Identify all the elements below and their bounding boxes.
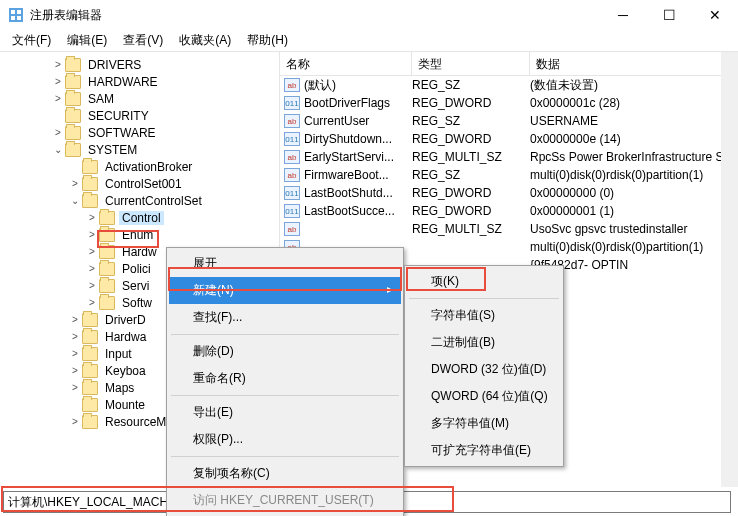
reg-binary-icon: 011 xyxy=(284,132,300,146)
list-row[interactable]: 011LastBootSucce...REG_DWORD0x00000001 (… xyxy=(280,202,738,220)
col-header-type[interactable]: 类型 xyxy=(412,52,530,75)
caret-icon[interactable] xyxy=(85,297,99,308)
svg-rect-2 xyxy=(17,10,21,14)
tree-node[interactable]: SYSTEM xyxy=(0,141,279,158)
cell-name: DirtyShutdown... xyxy=(304,132,412,146)
svg-rect-3 xyxy=(11,16,15,20)
folder-icon xyxy=(82,381,98,395)
ctx-delete[interactable]: 删除(D) xyxy=(169,338,401,365)
cell-name: EarlyStartServi... xyxy=(304,150,412,164)
menu-favorites[interactable]: 收藏夹(A) xyxy=(171,30,239,51)
tree-label: Keyboa xyxy=(102,364,149,378)
folder-icon xyxy=(99,279,115,293)
menu-bar: 文件(F) 编辑(E) 查看(V) 收藏夹(A) 帮助(H) xyxy=(0,30,738,52)
list-row[interactable]: abREG_MULTI_SZUsoSvc gpsvc trustedinstal… xyxy=(280,220,738,238)
col-header-name[interactable]: 名称 xyxy=(280,52,412,75)
tree-label: Control xyxy=(119,211,164,225)
caret-icon[interactable] xyxy=(85,212,99,223)
tree-label: Servi xyxy=(119,279,152,293)
tree-node[interactable]: ActivationBroker xyxy=(0,158,279,175)
sub-qword[interactable]: QWORD (64 位)值(Q) xyxy=(407,383,561,410)
caret-icon[interactable] xyxy=(85,280,99,291)
menu-help[interactable]: 帮助(H) xyxy=(239,30,296,51)
ctx-copy-key-name[interactable]: 复制项名称(C) xyxy=(169,460,401,487)
folder-icon xyxy=(99,228,115,242)
reg-string-icon: ab xyxy=(284,114,300,128)
menu-edit[interactable]: 编辑(E) xyxy=(59,30,115,51)
cell-data: 0x0000000e (14) xyxy=(530,132,738,146)
tree-node[interactable]: HARDWARE xyxy=(0,73,279,90)
caret-icon[interactable] xyxy=(68,178,82,189)
caret-icon[interactable] xyxy=(51,110,65,121)
caret-icon[interactable] xyxy=(85,263,99,274)
ctx-new[interactable]: 新建(N)▸ xyxy=(169,277,401,304)
sub-key[interactable]: 项(K) xyxy=(407,268,561,295)
list-row[interactable]: 011DirtyShutdown...REG_DWORD0x0000000e (… xyxy=(280,130,738,148)
caret-icon[interactable] xyxy=(68,331,82,342)
caret-icon[interactable] xyxy=(68,195,82,206)
tree-node[interactable]: SAM xyxy=(0,90,279,107)
cell-name: FirmwareBoot... xyxy=(304,168,412,182)
minimize-button[interactable]: ─ xyxy=(600,0,646,30)
tree-node[interactable]: CurrentControlSet xyxy=(0,192,279,209)
ctx-rename[interactable]: 重命名(R) xyxy=(169,365,401,392)
tree-label: ControlSet001 xyxy=(102,177,185,191)
list-row[interactable]: abEarlyStartServi...REG_MULTI_SZRpcSs Po… xyxy=(280,148,738,166)
tree-label: Mounte xyxy=(102,398,148,412)
sub-expandable-string[interactable]: 可扩充字符串值(E) xyxy=(407,437,561,464)
cell-data: 0x00000000 (0) xyxy=(530,186,738,200)
cell-data: 0x00000001 (1) xyxy=(530,204,738,218)
list-row[interactable]: 011LastBootShutd...REG_DWORD0x00000000 (… xyxy=(280,184,738,202)
reg-string-icon: ab xyxy=(284,150,300,164)
caret-icon[interactable] xyxy=(68,314,82,325)
list-row[interactable]: 011BootDriverFlagsREG_DWORD0x0000001c (2… xyxy=(280,94,738,112)
caret-icon[interactable] xyxy=(68,382,82,393)
ctx-separator xyxy=(171,334,399,335)
caret-icon[interactable] xyxy=(51,76,65,87)
tree-node[interactable]: Control xyxy=(0,209,279,226)
caret-icon[interactable] xyxy=(68,365,82,376)
caret-icon[interactable] xyxy=(51,93,65,104)
tree-label: SAM xyxy=(85,92,117,106)
cell-type: REG_DWORD xyxy=(412,204,530,218)
list-row[interactable]: abCurrentUserREG_SZUSERNAME xyxy=(280,112,738,130)
caret-icon[interactable] xyxy=(51,144,65,155)
sub-binary[interactable]: 二进制值(B) xyxy=(407,329,561,356)
caret-icon[interactable] xyxy=(68,161,82,172)
list-scrollbar[interactable] xyxy=(721,52,738,487)
caret-icon[interactable] xyxy=(68,416,82,427)
tree-node[interactable]: SOFTWARE xyxy=(0,124,279,141)
sub-multi-string[interactable]: 多字符串值(M) xyxy=(407,410,561,437)
caret-icon[interactable] xyxy=(85,229,99,240)
caret-icon[interactable] xyxy=(51,127,65,138)
folder-icon xyxy=(65,126,81,140)
sub-dword[interactable]: DWORD (32 位)值(D) xyxy=(407,356,561,383)
cell-data: (数值未设置) xyxy=(530,77,738,94)
maximize-button[interactable]: ☐ xyxy=(646,0,692,30)
sub-string[interactable]: 字符串值(S) xyxy=(407,302,561,329)
folder-icon xyxy=(82,364,98,378)
caret-icon[interactable] xyxy=(68,399,82,410)
list-row[interactable]: abFirmwareBoot...REG_SZmulti(0)disk(0)rd… xyxy=(280,166,738,184)
ctx-export[interactable]: 导出(E) xyxy=(169,399,401,426)
menu-view[interactable]: 查看(V) xyxy=(115,30,171,51)
tree-label: CurrentControlSet xyxy=(102,194,205,208)
list-row[interactable]: ab(默认)REG_SZ(数值未设置) xyxy=(280,76,738,94)
tree-node[interactable]: Enum xyxy=(0,226,279,243)
col-header-data[interactable]: 数据 xyxy=(530,52,738,75)
close-button[interactable]: ✕ xyxy=(692,0,738,30)
tree-label: Softw xyxy=(119,296,155,310)
caret-icon[interactable] xyxy=(85,246,99,257)
ctx-expand[interactable]: 展开 xyxy=(169,250,401,277)
ctx-permissions[interactable]: 权限(P)... xyxy=(169,426,401,453)
folder-icon xyxy=(65,109,81,123)
tree-node[interactable]: DRIVERS xyxy=(0,56,279,73)
ctx-find[interactable]: 查找(F)... xyxy=(169,304,401,331)
tree-label: SECURITY xyxy=(85,109,152,123)
caret-icon[interactable] xyxy=(51,59,65,70)
tree-node[interactable]: SECURITY xyxy=(0,107,279,124)
menu-file[interactable]: 文件(F) xyxy=(4,30,59,51)
caret-icon[interactable] xyxy=(68,348,82,359)
tree-node[interactable]: ControlSet001 xyxy=(0,175,279,192)
ctx-goto-hkcu[interactable]: 访问 HKEY_CURRENT_USER(T) xyxy=(169,487,401,514)
